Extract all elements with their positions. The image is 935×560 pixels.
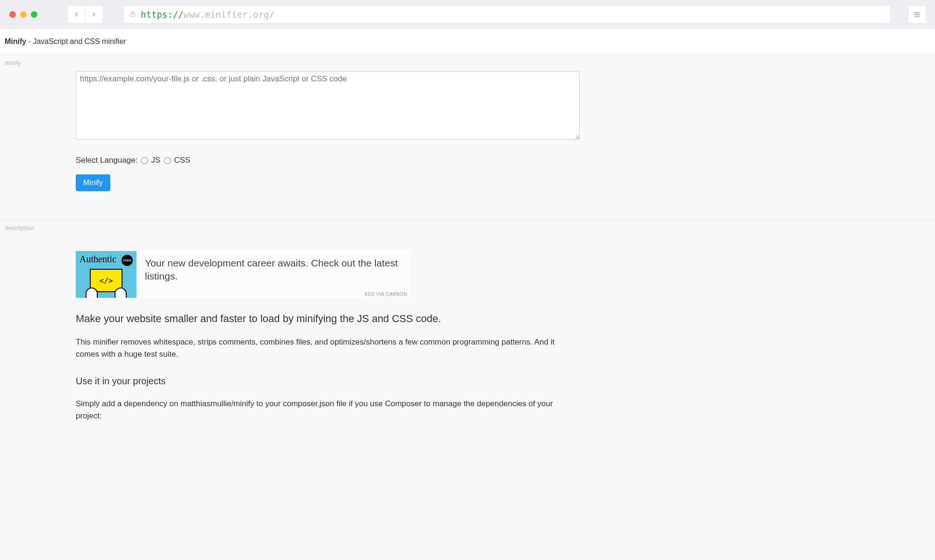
chevron-right-icon	[91, 11, 97, 18]
page-header: Minify - JavaScript and CSS minifier	[0, 29, 935, 55]
lang-js-radio[interactable]	[141, 157, 148, 164]
svg-point-6	[916, 16, 917, 17]
ad-via[interactable]: ADS VIA CARBON	[365, 292, 407, 297]
lang-css-option[interactable]: CSS	[164, 156, 190, 165]
nav-buttons	[68, 6, 102, 23]
svg-point-5	[918, 14, 919, 15]
minify-button[interactable]: Minify	[76, 174, 110, 191]
source-input[interactable]	[76, 71, 580, 140]
address-bar[interactable]: https://www.minifier.org/	[124, 6, 890, 23]
sliders-icon	[913, 11, 921, 18]
section-label-description: description	[0, 220, 935, 236]
laptop-icon: </>	[85, 269, 128, 298]
hand-left-icon	[86, 287, 98, 298]
hand-right-icon	[115, 287, 127, 298]
description-para-1: This minifier removes whitespace, strips…	[76, 336, 580, 360]
minimize-window-icon[interactable]	[20, 11, 27, 18]
carbon-ad[interactable]: Authentic JOBS </> Your new development …	[76, 251, 410, 298]
lang-css-radio[interactable]	[164, 157, 171, 164]
settings-button[interactable]	[909, 6, 926, 23]
url-rest: www.minifier.org/	[184, 9, 274, 20]
url-scheme: https://	[141, 9, 184, 20]
use-in-projects-heading: Use it in your projects	[76, 376, 580, 387]
page-title-rest: - JavaScript and CSS minifier	[26, 37, 126, 45]
ad-copy: Your new development career awaits. Chec…	[137, 251, 410, 298]
svg-point-4	[915, 12, 917, 14]
lang-js-label: JS	[151, 156, 160, 165]
window-controls	[9, 11, 37, 18]
forward-button[interactable]	[86, 6, 102, 23]
ad-badge: JOBS	[122, 255, 133, 266]
close-window-icon[interactable]	[9, 11, 16, 18]
description-lead: Make your website smaller and faster to …	[76, 313, 580, 325]
ad-image: Authentic JOBS </>	[76, 251, 137, 298]
language-row: Select Language: JS CSS	[76, 156, 580, 165]
ad-logo-text: Authentic	[79, 254, 116, 265]
maximize-window-icon[interactable]	[31, 11, 37, 18]
svg-rect-0	[131, 14, 135, 16]
section-label-minify: minify	[0, 55, 935, 71]
lang-css-label: CSS	[174, 156, 190, 165]
description-para-2: Simply add a dependency on matthiasmulli…	[76, 398, 580, 422]
lang-js-option[interactable]: JS	[141, 156, 160, 165]
back-button[interactable]	[68, 6, 85, 23]
browser-chrome: https://www.minifier.org/	[0, 0, 935, 29]
chevron-left-icon	[73, 11, 79, 18]
page-title-strong: Minify	[5, 37, 26, 45]
lock-icon	[129, 9, 136, 20]
select-language-label: Select Language:	[76, 156, 137, 165]
